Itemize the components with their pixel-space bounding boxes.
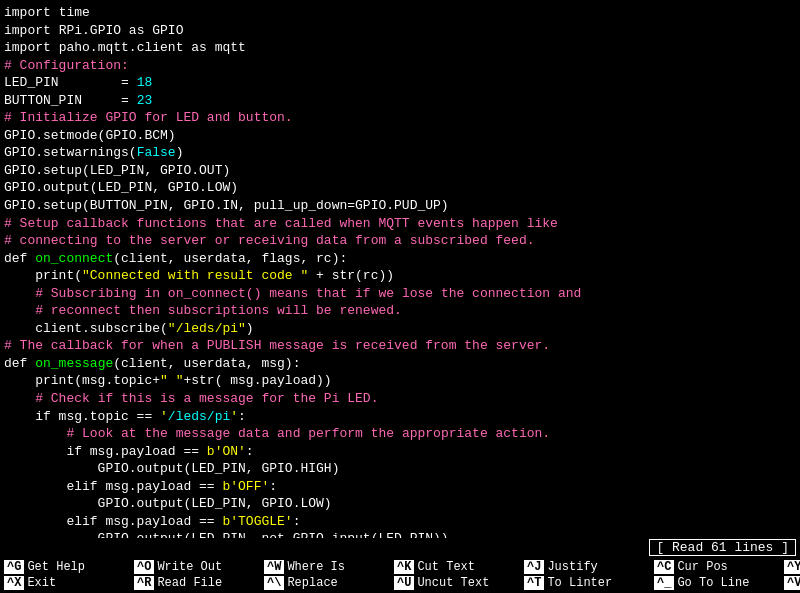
cmd-key: ^J (524, 560, 544, 574)
cmd-label: Cut Text (417, 560, 475, 574)
cmd-key: ^W (264, 560, 284, 574)
cmd-item[interactable]: ^\Replace (260, 575, 390, 591)
cmd-key: ^V (784, 576, 800, 590)
cmd-item[interactable]: ^KCut Text (390, 559, 520, 575)
code-line: # Setup callback functions that are call… (4, 215, 796, 233)
code-line: def on_connect(client, userdata, flags, … (4, 250, 796, 268)
code-line: import time (4, 4, 796, 22)
code-line: BUTTON_PIN = 23 (4, 92, 796, 110)
cmd-item[interactable]: ^WWhere Is (260, 559, 390, 575)
terminal: import timeimport RPi.GPIO as GPIOimport… (0, 0, 800, 593)
code-line: elif msg.payload == b'OFF': (4, 478, 796, 496)
cmd-label: Cur Pos (677, 560, 727, 574)
cmd-label: Read File (157, 576, 222, 590)
cmd-key: ^G (4, 560, 24, 574)
cmd-item[interactable]: ^RRead File (130, 575, 260, 591)
cmd-item[interactable]: ^JJustify (520, 559, 650, 575)
cmd-item[interactable]: ^GGet Help (0, 559, 130, 575)
code-line: # Look at the message data and perform t… (4, 425, 796, 443)
cmd-item[interactable]: ^UUncut Text (390, 575, 520, 591)
cmd-key: ^U (394, 576, 414, 590)
cmd-label: Get Help (27, 560, 85, 574)
cmd-item[interactable]: ^YPrev Page (780, 559, 800, 575)
code-line: # Initialize GPIO for LED and button. (4, 109, 796, 127)
code-line: LED_PIN = 18 (4, 74, 796, 92)
code-line: # reconnect then subscriptions will be r… (4, 302, 796, 320)
code-line: GPIO.output(LED_PIN, GPIO.LOW) (4, 179, 796, 197)
code-line: if msg.topic == '/leds/pi': (4, 408, 796, 426)
cmd-key: ^O (134, 560, 154, 574)
code-line: GPIO.output(LED_PIN, GPIO.HIGH) (4, 460, 796, 478)
cmd-label: Go To Line (677, 576, 749, 590)
cmd-label: Replace (287, 576, 337, 590)
cmd-item[interactable]: ^CCur Pos (650, 559, 780, 575)
cmd-key: ^_ (654, 576, 674, 590)
code-line: GPIO.output(LED_PIN, GPIO.LOW) (4, 495, 796, 513)
code-line: if msg.payload == b'ON': (4, 443, 796, 461)
code-line: # The callback for when a PUBLISH messag… (4, 337, 796, 355)
code-line: elif msg.payload == b'TOGGLE': (4, 513, 796, 531)
cmd-key: ^R (134, 576, 154, 590)
cmd-label: Where Is (287, 560, 345, 574)
code-line: import RPi.GPIO as GPIO (4, 22, 796, 40)
cmd-item[interactable]: ^TTo Linter (520, 575, 650, 591)
bottom-bar: ^GGet Help^OWrite Out^WWhere Is^KCut Tex… (0, 557, 800, 593)
cmd-item[interactable]: ^OWrite Out (130, 559, 260, 575)
code-line: # Subscribing in on_connect() means that… (4, 285, 796, 303)
code-area: import timeimport RPi.GPIO as GPIOimport… (0, 2, 800, 538)
code-line: GPIO.setup(BUTTON_PIN, GPIO.IN, pull_up_… (4, 197, 796, 215)
cmd-row-1: ^GGet Help^OWrite Out^WWhere Is^KCut Tex… (0, 559, 800, 575)
cmd-item[interactable]: ^XExit (0, 575, 130, 591)
cmd-key: ^\ (264, 576, 284, 590)
cmd-key: ^K (394, 560, 414, 574)
code-line: print(msg.topic+" "+str( msg.payload)) (4, 372, 796, 390)
code-line: # connecting to the server or receiving … (4, 232, 796, 250)
code-line: def on_message(client, userdata, msg): (4, 355, 796, 373)
code-line: import paho.mqtt.client as mqtt (4, 39, 796, 57)
cmd-label: Justify (547, 560, 597, 574)
code-line: GPIO.setup(LED_PIN, GPIO.OUT) (4, 162, 796, 180)
cmd-item[interactable]: ^VNext Page (780, 575, 800, 591)
cmd-key: ^X (4, 576, 24, 590)
cmd-key: ^C (654, 560, 674, 574)
code-line: # Check if this is a message for the Pi … (4, 390, 796, 408)
cmd-key: ^T (524, 576, 544, 590)
cmd-label: To Linter (547, 576, 612, 590)
code-line: GPIO.setmode(GPIO.BCM) (4, 127, 796, 145)
code-line: print("Connected with result code " + st… (4, 267, 796, 285)
code-line: client.subscribe("/leds/pi") (4, 320, 796, 338)
code-line: GPIO.setwarnings(False) (4, 144, 796, 162)
status-message: [ Read 61 lines ] (649, 539, 796, 556)
code-line: # Configuration: (4, 57, 796, 75)
cmd-label: Uncut Text (417, 576, 489, 590)
cmd-row-2: ^XExit^RRead File^\Replace^UUncut Text^T… (0, 575, 800, 591)
cmd-item[interactable]: ^_Go To Line (650, 575, 780, 591)
code-line: GPIO.output(LED_PIN, not GPIO.input(LED_… (4, 530, 796, 538)
cmd-label: Write Out (157, 560, 222, 574)
status-bar: [ Read 61 lines ] (0, 538, 800, 557)
cmd-label: Exit (27, 576, 56, 590)
cmd-key: ^Y (784, 560, 800, 574)
